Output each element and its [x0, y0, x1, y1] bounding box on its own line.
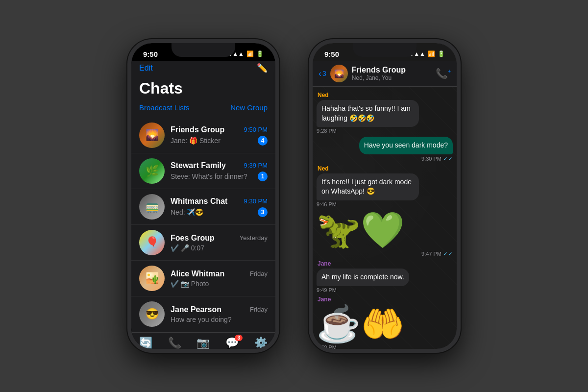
status-bar-2: 9:50 ▲▲▲ 📶 🔋 — [313, 43, 457, 61]
bubble-3: It's here!! I just got dark mode on What… — [317, 173, 419, 200]
chat-content-foes-group: Foes Group Yesterday ✔️ 🎤 0:07 — [171, 234, 268, 252]
chat-preview-whitmans-chat: Ned: ✈️😎 — [171, 208, 203, 216]
chat-name-whitmans-chat: Whitmans Chat — [171, 197, 227, 206]
tab-status[interactable]: 🔄 Status — [131, 337, 160, 349]
message-1: Ned Hahaha that's so funny!! I am laughi… — [317, 92, 453, 134]
sender-ned-1: Ned — [317, 92, 329, 98]
tab-settings[interactable]: ⚙️ Settings — [246, 337, 275, 349]
sender-jane-2: Jane — [317, 296, 331, 303]
signal-icon-2: ▲▲▲ — [408, 50, 425, 57]
message-2: Have you seen dark mode? 9:30 PM ✓✓ — [317, 137, 453, 162]
chats-title: Chats — [139, 77, 268, 101]
time-msg-1: 9:28 PM — [317, 128, 337, 134]
chat-name-foes-group: Foes Group — [171, 234, 215, 243]
message-4-sticker: 🦖💚 9:47 PM ✓✓ — [317, 210, 453, 257]
back-count: 3 — [322, 70, 326, 77]
avatar-alice-whitman: 🏜️ — [139, 266, 165, 291]
avatar-friends-group: 🌄 — [139, 122, 165, 148]
status-bar-1: 9:50 ▲▲▲ 📶 🔋 — [131, 43, 275, 61]
chat-time-friends-group: 9:50 PM — [244, 126, 268, 133]
call-icon[interactable]: 📞+ — [436, 68, 451, 79]
chat-item-stewart-family[interactable]: 🌿 Stewart Family 9:39 PM Steve: What's f… — [131, 153, 275, 189]
tab-camera[interactable]: 📷 Camera — [189, 337, 218, 349]
chat-item-foes-group[interactable]: 🎈 Foes Group Yesterday ✔️ 🎤 0:07 — [131, 225, 275, 261]
wifi-icon-2: 📶 — [428, 50, 435, 57]
camera-icon: 📷 — [196, 337, 210, 349]
chat-preview-stewart-family: Steve: What's for dinner? — [171, 172, 247, 180]
chat-item-alice-whitman[interactable]: 🏜️ Alice Whitman Friday ✔️ 📷 Photo — [131, 261, 275, 296]
group-name: Friends Group — [352, 66, 432, 74]
chats-badge: 3 — [235, 335, 243, 341]
status-icons-1: ▲▲▲ 📶 🔋 — [226, 50, 264, 57]
chat-item-whitmans-chat[interactable]: 🚃 Whitmans Chat 9:30 PM Ned: ✈️😎 3 — [131, 189, 275, 225]
ticks-2: ✓✓ — [443, 155, 453, 162]
battery-icon: 🔋 — [256, 50, 264, 57]
chat-header: ‹ 3 🌄 Friends Group Ned, Jane, You 📞+ — [313, 61, 457, 87]
bubble-1: Hahaha that's so funny!! I am laughing 🤣… — [317, 100, 419, 127]
tab-chats[interactable]: 💬 3 Chats — [218, 337, 246, 349]
badge-friends-group: 4 — [258, 136, 268, 146]
sticker-cup: ☕🤲 — [317, 304, 405, 343]
bubble-2: Have you seen dark mode? — [359, 137, 453, 154]
chat-time-alice-whitman: Friday — [250, 270, 268, 277]
settings-icon: ⚙️ — [254, 337, 268, 349]
messages-area: Ned Hahaha that's so funny!! I am laughi… — [313, 87, 457, 349]
group-avatar: 🌄 — [330, 65, 348, 82]
chat-name-stewart-family: Stewart Family — [171, 161, 226, 170]
chat-content-friends-group: Friends Group 9:50 PM Jane: 🎁 Sticker 4 — [171, 125, 268, 146]
time-2: 9:50 — [324, 50, 339, 58]
status-icons-2: ▲▲▲ 📶 🔋 — [408, 50, 445, 57]
header-info: Friends Group Ned, Jane, You — [352, 66, 432, 81]
chat-name-jane-pearson: Jane Pearson — [171, 305, 221, 314]
avatar-foes-group: 🎈 — [139, 230, 165, 255]
badge-stewart-family: 1 — [258, 172, 268, 181]
signal-icon: ▲▲▲ — [226, 50, 244, 57]
chat-name-friends-group: Friends Group — [171, 125, 224, 134]
chat-preview-jane-pearson: How are you doing? — [171, 316, 232, 323]
chat-item-friends-group[interactable]: 🌄 Friends Group 9:50 PM Jane: 🎁 Sticker … — [131, 118, 275, 153]
chat-item-jane-pearson[interactable]: 😎 Jane Pearson Friday How are you doing? — [131, 296, 275, 332]
chat-content-stewart-family: Stewart Family 9:39 PM Steve: What's for… — [171, 161, 268, 181]
chat-name-alice-whitman: Alice Whitman — [171, 270, 224, 278]
time-msg-5: 9:49 PM — [317, 287, 337, 293]
chats-header: Edit ✏️ Chats Broadcast Lists New Group — [131, 61, 275, 118]
chat-list: 🌄 Friends Group 9:50 PM Jane: 🎁 Sticker … — [131, 118, 275, 332]
calls-icon: 📞 — [168, 337, 181, 349]
sticker-dinosaur: 🦖💚 — [317, 210, 405, 249]
chat-time-jane-pearson: Friday — [250, 306, 268, 313]
new-group-button[interactable]: New Group — [230, 103, 268, 112]
sender-ned-2: Ned — [317, 165, 329, 172]
battery-icon-2: 🔋 — [438, 50, 445, 57]
tab-bar: 🔄 Status 📞 Calls 📷 Camera 💬 3 — [131, 332, 275, 349]
avatar-whitmans-chat: 🚃 — [139, 194, 165, 220]
chat-content-jane-pearson: Jane Pearson Friday How are you doing? — [171, 305, 268, 323]
wifi-icon: 📶 — [246, 50, 254, 57]
chat-preview-alice-whitman: ✔️ 📷 Photo — [171, 280, 209, 288]
status-icon: 🔄 — [139, 337, 152, 349]
tab-calls[interactable]: 📞 Calls — [160, 337, 189, 349]
message-5: Jane Ah my life is complete now. 9:49 PM — [317, 260, 453, 293]
ticks-4: ✓✓ — [443, 250, 453, 257]
avatar-jane-pearson: 😎 — [139, 301, 165, 327]
time-msg-6: 9:50 PM — [317, 344, 337, 349]
phone-conversation: 9:50 ▲▲▲ 📶 🔋 ‹ 3 🌄 Friends Group — [309, 39, 461, 353]
time-1: 9:50 — [143, 50, 158, 58]
chat-time-foes-group: Yesterday — [240, 234, 268, 242]
chat-content-alice-whitman: Alice Whitman Friday ✔️ 📷 Photo — [171, 270, 268, 288]
time-msg-4: 9:47 PM ✓✓ — [421, 250, 453, 257]
chat-preview-friends-group: Jane: 🎁 Sticker — [171, 137, 220, 145]
time-msg-2: 9:30 PM ✓✓ — [421, 155, 453, 162]
broadcast-lists-link[interactable]: Broadcast Lists — [139, 103, 190, 112]
group-members: Ned, Jane, You — [352, 74, 432, 81]
edit-button[interactable]: Edit — [139, 64, 153, 73]
chat-content-whitmans-chat: Whitmans Chat 9:30 PM Ned: ✈️😎 3 — [171, 197, 268, 217]
compose-button[interactable]: ✏️ — [257, 63, 268, 74]
avatar-stewart-family: 🌿 — [139, 158, 165, 184]
badge-whitmans-chat: 3 — [258, 207, 268, 217]
back-button[interactable]: ‹ 3 — [318, 69, 326, 79]
message-6-sticker: Jane ☕🤲 9:50 PM — [317, 296, 453, 349]
phone-chats: 9:50 ▲▲▲ 📶 🔋 Edit ✏️ Chats Broadc — [127, 39, 279, 353]
message-3: Ned It's here!! I just got dark mode on … — [317, 165, 453, 207]
bubble-5: Ah my life is complete now. — [317, 269, 409, 286]
time-msg-3: 9:46 PM — [317, 201, 337, 207]
